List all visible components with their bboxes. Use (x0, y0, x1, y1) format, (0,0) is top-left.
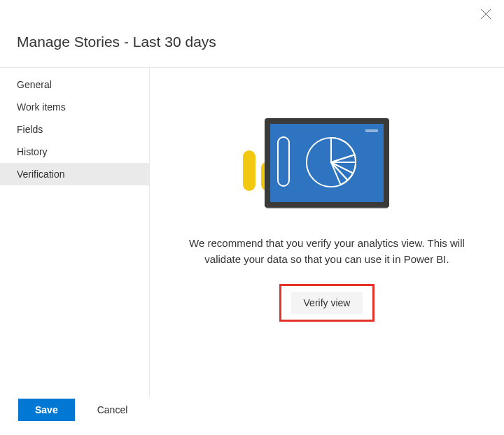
sidebar-item-label: Work items (17, 101, 66, 113)
sidebar-item-history[interactable]: History (0, 141, 149, 163)
dialog-header: Manage Stories - Last 30 days (0, 0, 504, 67)
pie-chart-icon (304, 135, 358, 190)
sidebar-item-general[interactable]: General (0, 73, 149, 96)
main-content: We recommend that you verify your analyt… (150, 68, 504, 397)
analytics-illustration (243, 110, 411, 208)
verify-view-button[interactable]: Verify view (291, 292, 363, 314)
cancel-button[interactable]: Cancel (83, 399, 142, 421)
sidebar-item-label: Fields (17, 124, 43, 135)
sidebar-item-label: Verification (17, 169, 64, 180)
recommendation-text: We recommend that you verify your analyt… (178, 236, 476, 267)
page-title: Manage Stories - Last 30 days (17, 34, 504, 50)
sidebar-item-label: General (17, 79, 52, 90)
dialog-footer: Save Cancel (18, 399, 141, 421)
sidebar: General Work items Fields History Verifi… (0, 68, 150, 397)
tablet-icon (265, 118, 389, 208)
sidebar-item-verification[interactable]: Verification (0, 163, 149, 185)
sidebar-item-work-items[interactable]: Work items (0, 96, 149, 118)
save-button[interactable]: Save (18, 399, 75, 421)
verify-highlight-box: Verify view (279, 284, 375, 322)
sidebar-item-fields[interactable]: Fields (0, 118, 149, 141)
close-icon[interactable] (480, 8, 491, 20)
sidebar-item-label: History (17, 146, 48, 157)
